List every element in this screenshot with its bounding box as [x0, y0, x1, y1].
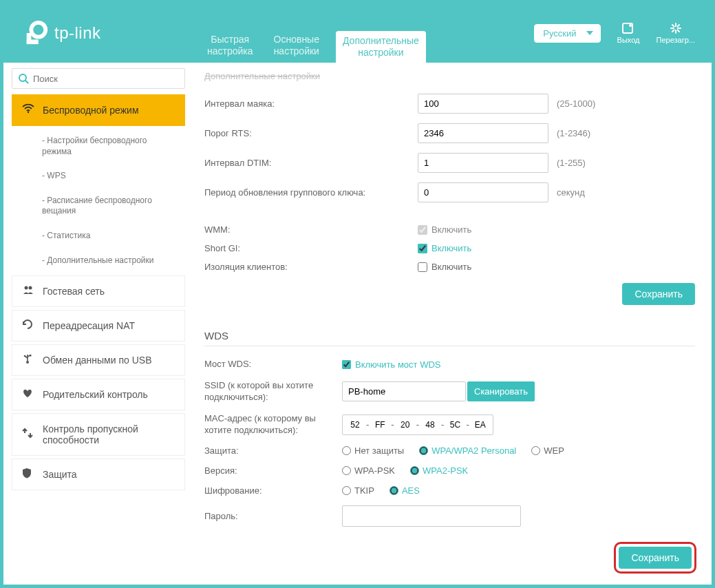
save-button-2[interactable]: Сохранить	[619, 547, 692, 569]
wds-section-title: WDS	[204, 322, 695, 346]
password-input[interactable]	[342, 505, 521, 527]
security-none-radio[interactable]: Нет защиты	[342, 445, 404, 456]
search-box[interactable]	[12, 68, 185, 89]
dtim-label: Интервал DTIM:	[204, 158, 418, 168]
guest-icon	[22, 285, 34, 297]
reboot-button[interactable]: Перезагр...	[657, 22, 695, 44]
svg-point-4	[629, 24, 632, 27]
sidebar-item-label: Родительский контроль	[43, 389, 148, 400]
encryption-label: Шифрование:	[204, 485, 342, 496]
sidebar-sub-schedule[interactable]: - Расписание беспроводного вещания	[12, 189, 185, 224]
svg-point-13	[19, 74, 26, 81]
section-heading: Дополнительные настройки	[204, 71, 695, 81]
mac-octet-4[interactable]	[445, 417, 465, 433]
svg-rect-21	[30, 355, 32, 357]
sidebar-sub-advanced[interactable]: - Дополнительные настройки	[12, 249, 185, 273]
ssid-input[interactable]	[342, 381, 466, 401]
version-wpapsk-radio[interactable]: WPA-PSK	[342, 465, 395, 476]
version-wpa2psk-radio[interactable]: WPA2-PSK	[410, 465, 468, 476]
mac-octet-3[interactable]	[420, 417, 440, 433]
svg-line-11	[672, 30, 674, 32]
reboot-icon	[669, 22, 683, 34]
groupkey-label: Период обновления группового ключа:	[204, 187, 418, 198]
sidebar-item-wireless[interactable]: Беспроводной режим	[12, 94, 185, 126]
top-bar: tp-link Быстрая настройка Основные настр…	[3, 3, 712, 63]
search-icon	[18, 73, 29, 84]
heart-icon	[22, 388, 33, 401]
sidebar-item-label: Беспроводной режим	[43, 105, 139, 116]
sidebar-item-label: Гостевая сеть	[43, 286, 105, 297]
sidebar: Беспроводной режим - Настройки беспровод…	[3, 63, 188, 585]
version-label: Версия:	[204, 465, 342, 476]
encryption-tkip-radio[interactable]: TKIP	[342, 485, 374, 496]
groupkey-input[interactable]	[418, 182, 548, 202]
sidebar-item-label: Обмен данными по USB	[43, 355, 152, 366]
language-select[interactable]: Русский	[534, 24, 600, 43]
svg-line-12	[677, 25, 679, 27]
sidebar-item-security[interactable]: Защита	[12, 459, 185, 490]
svg-point-17	[29, 286, 32, 290]
main-content: Дополнительные настройки Интервал маяка:…	[188, 63, 712, 585]
logout-icon	[621, 22, 635, 34]
main-tabs: Быстрая настройка Основные настройки Доп…	[203, 3, 426, 63]
rts-input[interactable]	[418, 123, 548, 143]
mac-octet-1[interactable]	[370, 417, 389, 433]
svg-point-18	[26, 361, 29, 364]
svg-point-16	[25, 286, 28, 290]
security-wep-radio[interactable]: WEP	[531, 445, 564, 456]
search-input[interactable]	[33, 74, 179, 84]
sidebar-item-label: Контроль пропускной способности	[43, 423, 138, 445]
sidebar-item-parental[interactable]: Родительский контроль	[12, 379, 185, 410]
logout-button[interactable]: Выход	[617, 22, 640, 44]
wds-bridge-label: Мост WDS:	[204, 359, 342, 370]
wmm-label: WMM:	[204, 224, 418, 235]
sidebar-item-bandwidth[interactable]: Контроль пропускной способности	[12, 413, 185, 456]
beacon-label: Интервал маяка:	[204, 98, 418, 109]
sidebar-item-nat[interactable]: Переадресация NAT	[12, 310, 185, 342]
dtim-hint: (1-255)	[557, 158, 586, 168]
brand-logo: tp-link	[3, 20, 182, 46]
svg-line-14	[25, 81, 28, 83]
scan-button[interactable]: Сканировать	[467, 381, 535, 401]
isolation-label: Изоляция клиентов:	[204, 262, 418, 272]
sidebar-item-label: Переадресация NAT	[43, 320, 135, 331]
wifi-icon	[22, 104, 34, 116]
mac-input-group[interactable]: - - - - -	[342, 414, 493, 435]
sidebar-sub-wireless-settings[interactable]: - Настройки беспроводного режима	[12, 129, 185, 164]
sidebar-item-label: Защита	[43, 469, 77, 480]
shortgi-label: Short GI:	[204, 243, 418, 253]
svg-rect-2	[27, 40, 39, 45]
sidebar-sub-statistics[interactable]: - Статистика	[12, 224, 185, 249]
ssid-label: SSID (к которой вы хотите подключиться):	[204, 380, 342, 403]
svg-line-10	[677, 30, 679, 32]
rts-hint: (1-2346)	[557, 128, 590, 138]
password-label: Пароль:	[204, 511, 342, 523]
isolation-checkbox[interactable]: Включить	[418, 262, 471, 272]
shortgi-checkbox[interactable]: Включить	[418, 243, 471, 253]
save-button-1[interactable]: Сохранить	[622, 283, 695, 305]
save-button-highlight: Сохранить	[614, 542, 696, 574]
svg-point-0	[31, 23, 45, 37]
wds-bridge-checkbox[interactable]: Включить мост WDS	[342, 359, 441, 370]
sidebar-sub-wps[interactable]: - WPS	[12, 164, 185, 189]
security-label: Защита:	[204, 445, 342, 456]
mac-octet-2[interactable]	[396, 417, 415, 433]
dtim-input[interactable]	[418, 153, 548, 173]
groupkey-hint: секунд	[557, 187, 585, 198]
sidebar-item-usb[interactable]: Обмен данными по USB	[12, 344, 185, 376]
tab-basic[interactable]: Основные настройки	[270, 34, 323, 63]
mac-octet-0[interactable]	[345, 417, 365, 433]
brand-text: tp-link	[54, 23, 101, 43]
rts-label: Порог RTS:	[204, 128, 418, 138]
security-wpa-radio[interactable]: WPA/WPA2 Personal	[419, 445, 516, 456]
nat-icon	[22, 319, 33, 333]
svg-line-9	[672, 25, 674, 27]
tab-quick-setup[interactable]: Быстрая настройка	[203, 34, 257, 63]
wmm-checkbox[interactable]: Включить	[418, 224, 471, 235]
beacon-input[interactable]	[418, 94, 548, 114]
encryption-aes-radio[interactable]: AES	[389, 485, 420, 496]
sidebar-item-guest[interactable]: Гостевая сеть	[12, 275, 185, 307]
tplink-logo-icon	[23, 20, 49, 46]
mac-octet-5[interactable]	[471, 417, 490, 433]
tab-advanced[interactable]: Дополнительные настройки	[336, 31, 426, 63]
